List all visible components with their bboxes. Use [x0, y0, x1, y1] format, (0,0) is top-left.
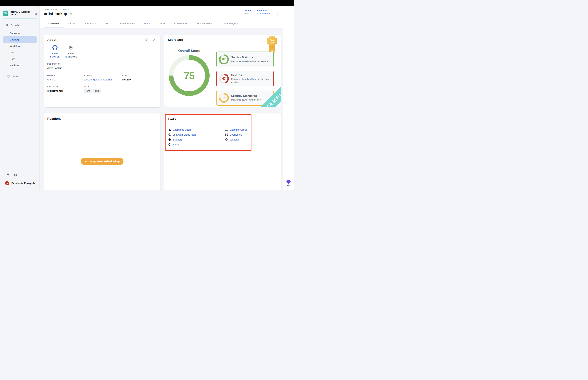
gold-tier-badge: Gold Tier	[267, 36, 277, 54]
lifecycle-chip[interactable]: Lifecycle experimental	[257, 9, 270, 15]
aida-widget[interactable]: AIDA	[286, 179, 291, 186]
svg-text:?: ?	[7, 174, 8, 175]
links-card: Links Examples Users Link with Cloud Ico…	[164, 114, 281, 190]
group-icon	[225, 128, 228, 131]
tab-todo[interactable]: Todo	[154, 19, 170, 28]
tab-code-insights[interactable]: Code Insights	[217, 19, 243, 28]
sidebar-bottom: ? Help DP Debabrata Panigrahi	[0, 170, 39, 190]
sidebar-item-help[interactable]: ? Help	[3, 172, 37, 178]
link-cloud-icon-link[interactable]: Link with Cloud Icon	[168, 133, 225, 136]
sidebar-item-workflows[interactable]: Workflows	[3, 43, 37, 49]
scorecard-title: Scorecard	[168, 38, 183, 41]
edit-icon[interactable]	[152, 38, 156, 41]
view-techdocs-label: VIEW TECHDOCS	[65, 52, 77, 58]
tab-kubernetes[interactable]: Kubernetes	[170, 19, 192, 28]
content-area: AIDA About	[40, 28, 294, 190]
metric-title: DevOps	[231, 74, 271, 77]
sidebar: Internal Developer Portal Search Overvie…	[0, 6, 40, 190]
type-field-label: TYPE	[122, 75, 157, 76]
owner-value: team-a	[244, 12, 251, 15]
metric-list: 87 Service Maturity Measures the reliabi…	[216, 52, 274, 106]
about-card: About VIEW SOURCE	[44, 35, 160, 107]
metric-description: Measures the reliability of this service	[231, 60, 268, 63]
tag-chip[interactable]: data	[93, 89, 101, 93]
tab-overview[interactable]: Overview	[44, 19, 64, 28]
overall-donut: 75	[169, 55, 209, 96]
link-support[interactable]: Support	[168, 138, 225, 141]
favorite-star-icon[interactable]	[69, 12, 73, 16]
tag-chip[interactable]: java	[84, 89, 92, 93]
tab-dependencies[interactable]: Dependencies	[114, 19, 139, 28]
metric-devops[interactable]: 47 DevOps Measures the reliability of th…	[216, 71, 274, 86]
tab-scorecard[interactable]: Scorecard	[80, 19, 101, 28]
tags-field-label: TAGS	[84, 86, 122, 88]
sidebar-item-label: Register	[10, 64, 19, 67]
tab-pull-requests[interactable]: Pull Requests	[192, 19, 217, 28]
links-highlight-box: Links Examples Users Link with Cloud Ico…	[165, 114, 251, 151]
relation-node-pill[interactable]: component:artist-lookup	[81, 158, 124, 165]
metric-title: Service Maturity	[231, 56, 268, 59]
aida-flower-icon	[286, 179, 291, 184]
sidebar-item-api[interactable]: API	[3, 49, 37, 56]
link-example-group[interactable]: Example Group	[225, 128, 247, 131]
sidebar-item-register[interactable]: Register	[3, 62, 37, 69]
metric-description: Measures the reliability of the DevOps p…	[231, 77, 271, 83]
link-examples-users[interactable]: Examples Users	[168, 128, 225, 131]
owner-field-label: OWNER	[47, 75, 84, 76]
search-label: Search	[11, 24, 19, 27]
view-techdocs-link[interactable]: VIEW TECHDOCS	[65, 45, 76, 58]
metric-service-maturity[interactable]: 87 Service Maturity Measures the reliabi…	[216, 52, 274, 67]
sidebar-item-admin[interactable]: Admin	[3, 73, 37, 80]
globe-icon	[168, 143, 171, 146]
link-website[interactable]: Website	[225, 138, 247, 141]
view-source-link[interactable]: VIEW SOURCE	[49, 45, 60, 58]
lifecycle-field-value: experimental	[47, 89, 84, 92]
sidebar-item-catalog[interactable]: Catalog	[3, 37, 37, 43]
metric-title: Security Standards	[231, 94, 261, 97]
divider	[0, 170, 39, 170]
sidebar-item-label: Docs	[10, 58, 15, 60]
sidebar-item-label: Catalog	[10, 38, 19, 41]
apps-grid-icon[interactable]	[34, 12, 37, 15]
sidebar-item-overview[interactable]: Overview	[3, 30, 37, 37]
sidebar-nav: Overview Catalog Workflows API Docs Regi…	[0, 30, 39, 69]
github-icon	[52, 45, 57, 50]
owner-chip[interactable]: Owner team-a	[244, 9, 251, 15]
metric-description: Measures how secure the serv	[231, 98, 261, 101]
help-icon	[168, 138, 171, 141]
tab-api[interactable]: API	[101, 19, 114, 28]
page-header: COMPONENT — SERVICE artist-lookup Owner …	[40, 6, 294, 19]
metric-donut: 74	[219, 93, 229, 103]
tab-bar: Overview CI/CD Scorecard API Dependencie…	[40, 19, 294, 28]
aida-label: AIDA	[286, 184, 291, 186]
metric-donut: 87	[219, 55, 229, 64]
system-field-label: SYSTEM	[84, 75, 122, 76]
logo-row: Internal Developer Portal	[3, 11, 37, 16]
system-field-value[interactable]: artist-engagement-portal	[84, 78, 122, 81]
globe-icon	[225, 138, 228, 141]
sidebar-item-docs[interactable]: Docs	[3, 56, 37, 62]
help-label: Help	[12, 173, 17, 176]
link-dashboard[interactable]: Dashboard	[225, 133, 247, 136]
sidebar-item-label: API	[10, 51, 14, 54]
description-label: DESCRIPTION	[47, 63, 157, 65]
title-block: COMPONENT — SERVICE artist-lookup	[44, 9, 73, 16]
tab-cicd[interactable]: CI/CD	[64, 19, 80, 28]
link-alerts[interactable]: Alerts	[168, 143, 225, 146]
tab-docs[interactable]: Docs	[139, 19, 155, 28]
sidebar-item-label: Workflows	[10, 45, 21, 47]
sidebar-item-search[interactable]: Search	[3, 22, 37, 28]
overall-score-label: Overall Score	[169, 49, 209, 53]
relations-card: Relations component:artist-lookup	[44, 114, 160, 190]
lifecycle-value: experimental	[257, 12, 270, 15]
lifecycle-field-label: LIFECYCLE	[47, 86, 84, 88]
about-title: About	[47, 38, 56, 42]
user-name: Debabrata Panigrahi	[11, 182, 35, 185]
more-options-icon[interactable]	[276, 11, 279, 16]
app-window: Internal Developer Portal Search Overvie…	[0, 0, 294, 190]
user-row[interactable]: DP Debabrata Panigrahi	[3, 179, 37, 187]
help-chat-icon: ?	[6, 173, 10, 177]
refresh-icon[interactable]	[145, 38, 148, 41]
owner-field-value[interactable]: team-a	[47, 78, 84, 81]
avatar: DP	[5, 181, 9, 185]
